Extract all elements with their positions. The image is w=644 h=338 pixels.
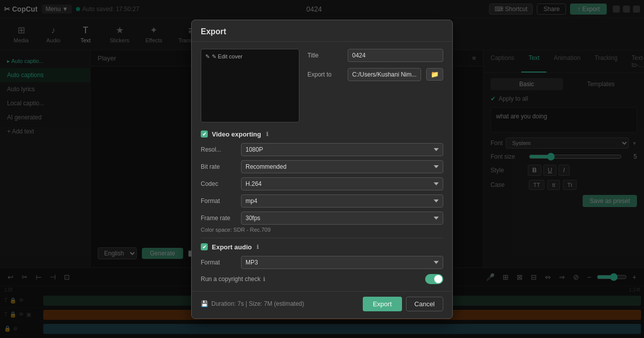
modal-footer: 💾 Duration: 7s | Size: 7M (estimated) Ex…: [192, 291, 452, 318]
pencil-icon: ✎: [205, 53, 210, 60]
framerate-row: Frame rate 30fps: [201, 212, 443, 225]
export-path: C:/Users/Kushani Nim...: [348, 68, 421, 81]
export-to-label: Export to: [307, 71, 343, 78]
export-modal: Export ✎ ✎ Edit cover Title: [191, 20, 453, 319]
framerate-label: Frame rate: [201, 215, 236, 222]
audio-format-select[interactable]: MP3: [241, 256, 443, 269]
modal-export-button[interactable]: Export: [363, 297, 402, 311]
framerate-select[interactable]: 30fps: [241, 212, 443, 225]
codec-label: Codec: [201, 180, 236, 187]
modal-title: Export: [201, 27, 226, 36]
export-to-row: Export to C:/Users/Kushani Nim... 📁: [307, 68, 443, 81]
video-export-label: Video exporting: [212, 130, 261, 138]
copyright-row: Run a copyright check ℹ: [201, 274, 443, 284]
copyright-toggle[interactable]: [425, 274, 443, 284]
copyright-label: Run a copyright check ℹ: [201, 276, 265, 283]
audio-export-label: Export audio: [212, 243, 252, 251]
bitrate-select[interactable]: Recommended: [241, 160, 443, 173]
export-form: Title Export to C:/Users/Kushani Nim... …: [307, 49, 443, 122]
footer-duration: Duration: 7s | Size: 7M (estimated): [211, 300, 304, 307]
resolution-select[interactable]: 1080P: [241, 143, 443, 156]
title-input[interactable]: [348, 49, 443, 62]
storage-icon: 💾: [201, 300, 208, 307]
bitrate-row: Bit rate Recommended: [201, 160, 443, 173]
toggle-knob: [434, 275, 442, 283]
audio-export-info-icon: ℹ: [257, 244, 259, 250]
video-export-checkbox[interactable]: ✔: [201, 130, 208, 138]
modal-overlay: Export ✎ ✎ Edit cover Title: [0, 0, 644, 338]
audio-format-label: Format: [201, 259, 236, 266]
modal-header: Export: [192, 20, 452, 42]
footer-buttons: Export Cancel: [363, 297, 443, 311]
copyright-info-icon: ℹ: [263, 276, 265, 282]
edit-cover-label[interactable]: ✎ ✎ Edit cover: [205, 53, 243, 60]
color-space: Color space: SDR - Rec.709: [201, 227, 443, 233]
audio-export-header: ✔ Export audio ℹ: [201, 243, 443, 251]
codec-select[interactable]: H.264: [241, 177, 443, 190]
video-export-header: ✔ Video exporting ℹ: [201, 130, 443, 138]
resolution-row: Resol... 1080P: [201, 143, 443, 156]
title-row: Title: [307, 49, 443, 62]
modal-body: ✎ ✎ Edit cover Title Export to C:/Users/…: [192, 42, 452, 291]
modal-cancel-button[interactable]: Cancel: [406, 297, 443, 311]
bitrate-label: Bit rate: [201, 163, 236, 170]
audio-export-checkbox[interactable]: ✔: [201, 243, 208, 250]
format-row: Format mp4: [201, 194, 443, 208]
audio-format-row: Format MP3: [201, 256, 443, 269]
modal-cover-section: ✎ ✎ Edit cover Title Export to C:/Users/…: [201, 49, 443, 122]
divider: [201, 238, 443, 238]
video-export-info-icon: ℹ: [266, 131, 268, 138]
title-label: Title: [307, 52, 343, 59]
footer-info: 💾 Duration: 7s | Size: 7M (estimated): [201, 300, 304, 307]
cover-preview: ✎ ✎ Edit cover: [201, 49, 299, 122]
folder-button[interactable]: 📁: [426, 68, 443, 81]
format-select[interactable]: mp4: [241, 194, 443, 208]
format-label: Format: [201, 197, 236, 205]
resolution-label: Resol...: [201, 146, 236, 153]
codec-row: Codec H.264: [201, 177, 443, 190]
